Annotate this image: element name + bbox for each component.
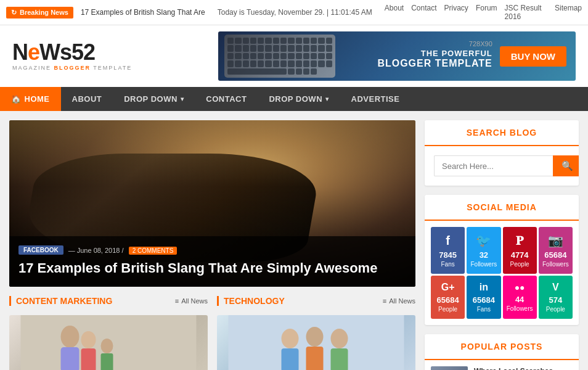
googleplus-label: People xyxy=(438,306,457,313)
tag-facebook: FACEBOOK xyxy=(18,245,63,255)
home-icon: 🏠 xyxy=(11,94,22,104)
flickr-icon: ●● xyxy=(515,282,525,292)
flickr-label: Followers xyxy=(507,305,533,312)
section-content-marketing: CONTENT MARKETING ≡ All News xyxy=(9,296,208,370)
buy-now-button[interactable]: BUY NOW xyxy=(500,46,566,67)
svg-rect-2 xyxy=(61,347,80,370)
top-link-about[interactable]: About xyxy=(385,4,404,21)
top-link-sitemap[interactable]: Sitemap xyxy=(555,4,582,21)
top-links: About Contact Privacy Forum JSC Result 2… xyxy=(385,4,582,21)
breaking-date: Today is Tuesday, November 29. | 11:01:4… xyxy=(218,8,372,17)
banner-ad[interactable]: 728X90 THE POWERFUL BLOGGER TEMPLATE BUY… xyxy=(218,31,576,81)
pinterest-label: People xyxy=(510,261,529,268)
banner-text: 728X90 THE POWERFUL BLOGGER TEMPLATE xyxy=(377,40,492,73)
breaking-news-text: 17 Examples of British Slang That Are xyxy=(81,8,205,17)
top-link-privacy[interactable]: Privacy xyxy=(444,4,468,21)
pinterest-icon: 𝐏 xyxy=(516,234,523,248)
nav-about-label: ABOUT xyxy=(72,94,102,104)
linkedin-count: 65684 xyxy=(473,295,495,305)
svg-rect-6 xyxy=(101,353,113,370)
nav-advertise[interactable]: ADVERTISE xyxy=(340,87,411,111)
googleplus-count: 65684 xyxy=(437,295,459,305)
top-link-jsc[interactable]: JSC Result 2016 xyxy=(505,4,547,21)
instagram-count: 65684 xyxy=(544,250,566,260)
site-header: NeWs52 MAGAZINE BLOGGER TEMPLATE 728X90 … xyxy=(0,25,588,87)
popular-post-title: Where Local Searches xyxy=(474,366,553,370)
vine-label: People xyxy=(546,306,565,313)
social-googleplus[interactable]: G+ 65684 People xyxy=(431,276,465,319)
site-logo[interactable]: NeWs52 MAGAZINE BLOGGER TEMPLATE xyxy=(12,41,132,71)
nav-home[interactable]: 🏠 HOME xyxy=(0,87,61,111)
logo-text: NeWs52 xyxy=(12,41,132,64)
nav-dropdown-2[interactable]: DROP DOWN ▾ xyxy=(258,87,340,111)
facebook-label: Fans xyxy=(441,261,455,268)
twitter-icon: 🐦 xyxy=(476,233,491,248)
breaking-news-label: ↻ Breaking News xyxy=(6,7,73,18)
nav-about[interactable]: ABOUT xyxy=(61,87,113,111)
all-news-content-marketing[interactable]: ≡ All News xyxy=(175,297,208,305)
googleplus-icon: G+ xyxy=(441,282,455,293)
all-news-technology[interactable]: ≡ All News xyxy=(383,297,415,305)
pinterest-count: 4774 xyxy=(511,250,529,260)
keyboard-decoration xyxy=(224,35,335,78)
popular-thumb xyxy=(431,366,468,370)
social-media-widget: SOCIAL MEDIA f 7845 Fans 🐦 32 Followers … xyxy=(425,195,579,325)
search-area: 🔍 xyxy=(425,146,579,186)
svg-rect-13 xyxy=(331,348,348,370)
top-link-forum[interactable]: Forum xyxy=(476,4,497,21)
refresh-icon: ↻ xyxy=(11,9,17,17)
vine-count: 574 xyxy=(549,295,563,305)
social-linkedin[interactable]: in 65684 Fans xyxy=(467,276,500,319)
popular-post-item[interactable]: Where Local Searches xyxy=(425,360,579,370)
svg-point-12 xyxy=(331,329,348,348)
social-facebook[interactable]: f 7845 Fans xyxy=(431,227,465,274)
section-thumb-team[interactable] xyxy=(217,315,415,370)
svg-rect-9 xyxy=(282,348,299,370)
social-flickr[interactable]: ●● 44 Followers xyxy=(503,276,537,319)
section-technology: TECHNOLOGY ≡ All News xyxy=(217,296,415,370)
nav-dropdown1-label: DROP DOWN xyxy=(124,94,178,104)
popular-widget-title: POPULAR POSTS xyxy=(425,334,579,360)
svg-point-3 xyxy=(81,331,96,348)
nav-advertise-label: ADVERTISE xyxy=(351,94,400,104)
list-icon: ≡ xyxy=(175,297,179,305)
nav-home-label: HOME xyxy=(25,94,50,104)
hero-post[interactable]: FACEBOOK — June 08, 2018 / 2 COMMENTS 17… xyxy=(9,120,415,287)
search-input[interactable] xyxy=(434,155,553,176)
svg-rect-11 xyxy=(306,347,324,370)
hero-meta: — June 08, 2018 / 2 COMMENTS xyxy=(68,247,178,254)
instagram-icon: 📷 xyxy=(548,233,563,248)
svg-point-1 xyxy=(61,326,80,348)
social-vine[interactable]: V 574 People xyxy=(539,276,573,319)
section-thumb-family[interactable] xyxy=(9,315,208,370)
hero-overlay: FACEBOOK — June 08, 2018 / 2 COMMENTS 17… xyxy=(9,236,415,287)
nav-contact-label: CONTACT xyxy=(206,94,247,104)
main-nav: 🏠 HOME ABOUT DROP DOWN ▾ CONTACT DROP DO… xyxy=(0,87,588,111)
hero-title: 17 Examples of British Slang That Are Si… xyxy=(18,260,406,278)
social-twitter[interactable]: 🐦 32 Followers xyxy=(467,227,500,274)
social-widget-title: SOCIAL MEDIA xyxy=(425,195,579,221)
top-link-contact[interactable]: Contact xyxy=(411,4,436,21)
twitter-count: 32 xyxy=(480,250,488,260)
social-pinterest[interactable]: 𝐏 4774 People xyxy=(503,227,537,274)
search-button[interactable]: 🔍 xyxy=(553,155,579,176)
twitter-label: Followers xyxy=(470,261,497,268)
svg-point-5 xyxy=(101,339,113,353)
sections-row: CONTENT MARKETING ≡ All News xyxy=(9,296,415,370)
nav-dropdown-1[interactable]: DROP DOWN ▾ xyxy=(113,87,195,111)
section-header-technology: TECHNOLOGY ≡ All News xyxy=(217,296,415,309)
chevron-down-icon-2: ▾ xyxy=(325,96,329,102)
svg-rect-4 xyxy=(81,348,96,370)
nav-contact[interactable]: CONTACT xyxy=(195,87,258,111)
vine-icon: V xyxy=(552,282,559,293)
section-header-content-marketing: CONTENT MARKETING ≡ All News xyxy=(9,296,208,309)
linkedin-icon: in xyxy=(480,282,488,293)
chevron-down-icon: ▾ xyxy=(181,96,184,102)
social-instagram[interactable]: 📷 65684 Followers xyxy=(539,227,573,274)
social-grid: f 7845 Fans 🐦 32 Followers 𝐏 4774 People… xyxy=(425,221,579,325)
search-widget-title: SEARCH BLOG xyxy=(425,120,579,146)
sidebar: SEARCH BLOG 🔍 SOCIAL MEDIA f 7845 Fans 🐦… xyxy=(425,120,579,370)
search-widget: SEARCH BLOG 🔍 xyxy=(425,120,579,186)
hero-tags: FACEBOOK — June 08, 2018 / 2 COMMENTS xyxy=(18,245,406,255)
breaking-news-bar: ↻ Breaking News 17 Examples of British S… xyxy=(0,0,588,25)
